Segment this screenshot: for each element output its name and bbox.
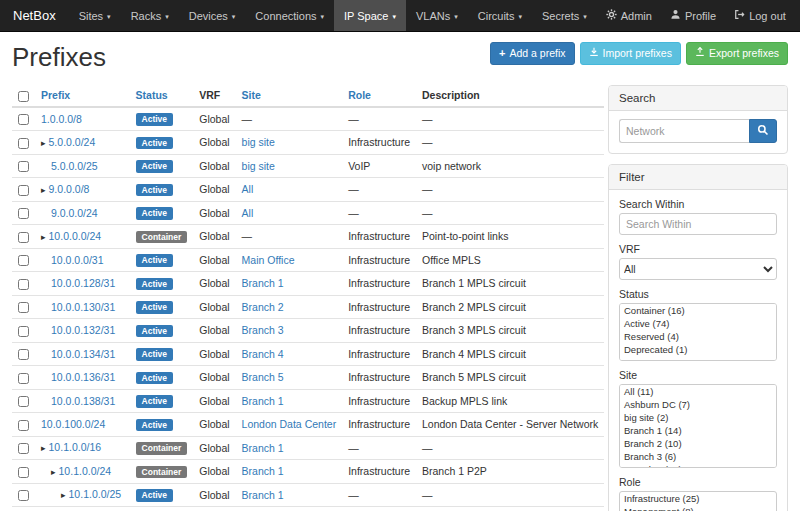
- filter-option[interactable]: All (11): [620, 385, 776, 398]
- expand-children-icon[interactable]: ▸: [41, 443, 46, 453]
- filter-option[interactable]: Management (8): [620, 505, 776, 511]
- expand-children-icon[interactable]: ▸: [51, 467, 56, 477]
- row-checkbox[interactable]: [18, 279, 29, 290]
- site-link[interactable]: Branch 1: [242, 277, 284, 289]
- search-within-input[interactable]: [619, 213, 777, 235]
- filter-option[interactable]: Branch 1 (14): [620, 424, 776, 437]
- nav-item-admin[interactable]: Admin: [597, 0, 661, 31]
- row-checkbox[interactable]: [18, 302, 29, 313]
- prefix-link[interactable]: 5.0.0.0/25: [51, 160, 98, 172]
- prefix-link[interactable]: 10.1.0.0/25: [69, 488, 122, 500]
- nav-item-racks[interactable]: Racks▾: [121, 0, 179, 31]
- filter-option[interactable]: Branch 4 (12): [620, 463, 776, 468]
- site-link[interactable]: big site: [242, 136, 275, 148]
- site-link[interactable]: Branch 1: [242, 489, 284, 501]
- prefix-link[interactable]: 1.0.0.0/8: [41, 113, 82, 125]
- nav-item-connections[interactable]: Connections▾: [245, 0, 334, 31]
- site-link[interactable]: Branch 1: [242, 465, 284, 477]
- filter-option[interactable]: Reserved (4): [620, 330, 776, 343]
- expand-children-icon[interactable]: ▸: [41, 232, 46, 242]
- prefix-link[interactable]: 10.0.0.0/24: [49, 230, 102, 242]
- filter-option[interactable]: big site (2): [620, 411, 776, 424]
- nav-item-circuits[interactable]: Circuits▾: [468, 0, 532, 31]
- site-link[interactable]: Branch 5: [242, 371, 284, 383]
- nav-item-sites[interactable]: Sites▾: [69, 0, 121, 31]
- row-checkbox[interactable]: [18, 443, 29, 454]
- filter-option[interactable]: Container (16): [620, 304, 776, 317]
- site-link[interactable]: London Data Center: [242, 418, 337, 430]
- prefix-link[interactable]: 10.0.0.132/31: [51, 324, 115, 336]
- prefix-link[interactable]: 10.1.0.0/24: [59, 465, 112, 477]
- site-link[interactable]: Main Office: [242, 254, 295, 266]
- prefix-link[interactable]: 9.0.0.0/8: [49, 183, 90, 195]
- sort-link[interactable]: Site: [242, 89, 261, 101]
- column-header-prefix[interactable]: Prefix: [35, 85, 130, 107]
- row-checkbox[interactable]: [18, 420, 29, 431]
- site-link[interactable]: Branch 1: [242, 395, 284, 407]
- column-header-status[interactable]: Status: [130, 85, 194, 107]
- description-cell: —: [416, 436, 604, 460]
- filter-option[interactable]: Ashburn DC (7): [620, 398, 776, 411]
- filter-option[interactable]: Branch 3 (6): [620, 450, 776, 463]
- row-checkbox[interactable]: [18, 114, 29, 125]
- row-checkbox[interactable]: [18, 255, 29, 266]
- nav-item-vlans[interactable]: VLANs▾: [406, 0, 468, 31]
- search-button[interactable]: [749, 119, 777, 143]
- site-link[interactable]: Branch 3: [242, 324, 284, 336]
- prefix-link[interactable]: 5.0.0.0/24: [49, 136, 96, 148]
- site-cell: Branch 2: [236, 295, 343, 319]
- prefix-link[interactable]: 10.0.0.134/31: [51, 348, 115, 360]
- row-checkbox[interactable]: [18, 490, 29, 501]
- expand-children-icon[interactable]: ▸: [41, 185, 46, 195]
- prefix-link[interactable]: 10.0.0.136/31: [51, 371, 115, 383]
- site-link[interactable]: Branch 2: [242, 301, 284, 313]
- prefix-link[interactable]: 10.0.0.130/31: [51, 301, 115, 313]
- row-checkbox[interactable]: [18, 326, 29, 337]
- prefix-link[interactable]: 10.0.0.138/31: [51, 395, 115, 407]
- site-link[interactable]: All: [242, 183, 254, 195]
- filter-option[interactable]: Branch 2 (10): [620, 437, 776, 450]
- filter-option[interactable]: Active (74): [620, 317, 776, 330]
- column-header-site[interactable]: Site: [236, 85, 343, 107]
- prefix-link[interactable]: 10.0.0.0/31: [51, 254, 104, 266]
- caret-down-icon: ▾: [392, 13, 396, 21]
- prefix-link[interactable]: 9.0.0.0/24: [51, 207, 98, 219]
- vrf-filter-select[interactable]: All: [619, 258, 777, 280]
- row-checkbox[interactable]: [18, 396, 29, 407]
- nav-item-ip-space[interactable]: IP Space▾: [334, 0, 406, 31]
- expand-children-icon[interactable]: ▸: [61, 490, 66, 500]
- row-checkbox[interactable]: [18, 185, 29, 196]
- row-checkbox[interactable]: [18, 208, 29, 219]
- nav-item-label: Connections: [255, 10, 316, 22]
- export-prefixes-button[interactable]: Export prefixes: [686, 42, 788, 65]
- brand[interactable]: NetBox: [0, 0, 69, 31]
- row-checkbox[interactable]: [18, 232, 29, 243]
- select-all-checkbox[interactable]: [18, 91, 29, 102]
- prefix-link[interactable]: 10.0.0.128/31: [51, 277, 115, 289]
- import-prefixes-button[interactable]: Import prefixes: [580, 42, 681, 65]
- nav-item-devices[interactable]: Devices▾: [179, 0, 246, 31]
- prefix-link[interactable]: 10.0.100.0/24: [41, 418, 105, 430]
- site-link[interactable]: Branch 1: [242, 442, 284, 454]
- filter-option[interactable]: Deprecated (1): [620, 343, 776, 356]
- row-checkbox[interactable]: [18, 467, 29, 478]
- filter-option[interactable]: Infrastructure (25): [620, 492, 776, 505]
- sort-link[interactable]: Prefix: [41, 89, 70, 101]
- column-header-role[interactable]: Role: [342, 85, 416, 107]
- expand-children-icon[interactable]: ▸: [41, 138, 46, 148]
- row-checkbox[interactable]: [18, 138, 29, 149]
- sort-link[interactable]: Status: [136, 89, 168, 101]
- site-link[interactable]: All: [242, 207, 254, 219]
- site-link[interactable]: Branch 4: [242, 348, 284, 360]
- search-input[interactable]: [619, 119, 749, 143]
- prefix-link[interactable]: 10.1.0.0/16: [49, 441, 102, 453]
- row-checkbox[interactable]: [18, 349, 29, 360]
- nav-item-logout[interactable]: Log out: [725, 0, 795, 31]
- row-checkbox[interactable]: [18, 373, 29, 384]
- sort-link[interactable]: Role: [348, 89, 371, 101]
- add-prefix-button[interactable]: + Add a prefix: [490, 42, 574, 65]
- nav-item-profile[interactable]: Profile: [661, 0, 725, 31]
- site-link[interactable]: big site: [242, 160, 275, 172]
- row-checkbox[interactable]: [18, 161, 29, 172]
- nav-item-secrets[interactable]: Secrets▾: [532, 0, 597, 31]
